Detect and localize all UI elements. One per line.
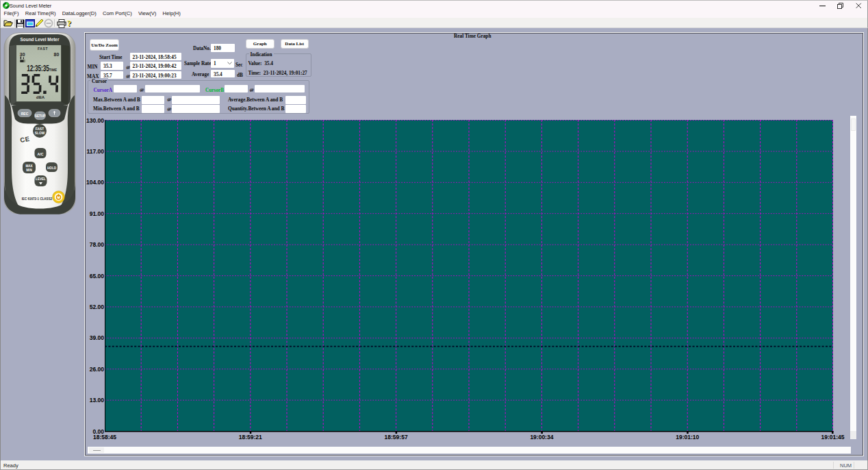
svg-text:MAX: MAX: [25, 164, 33, 168]
svg-text:MIN: MIN: [26, 169, 32, 172]
svg-text:TIME: TIME: [49, 67, 58, 72]
svg-text:REC: REC: [21, 112, 29, 116]
svg-text:Sound Level Meter: Sound Level Meter: [21, 37, 60, 42]
svg-text:dBA: dBA: [36, 95, 45, 99]
svg-text:30: 30: [20, 52, 25, 57]
svg-text:HOLD: HOLD: [47, 166, 57, 170]
svg-text:FAST: FAST: [36, 127, 44, 131]
svg-text:12:35:35: 12:35:35: [27, 63, 49, 73]
svg-text:IEC 61672-1 CLASS2: IEC 61672-1 CLASS2: [22, 197, 53, 201]
svg-text:SLOW: SLOW: [35, 132, 45, 135]
svg-text:80: 80: [54, 52, 60, 57]
svg-text:SETUP: SETUP: [35, 114, 45, 118]
svg-text:FAST: FAST: [38, 47, 48, 51]
svg-text:LEVEL: LEVEL: [36, 177, 46, 181]
svg-text:A/C: A/C: [38, 152, 44, 156]
